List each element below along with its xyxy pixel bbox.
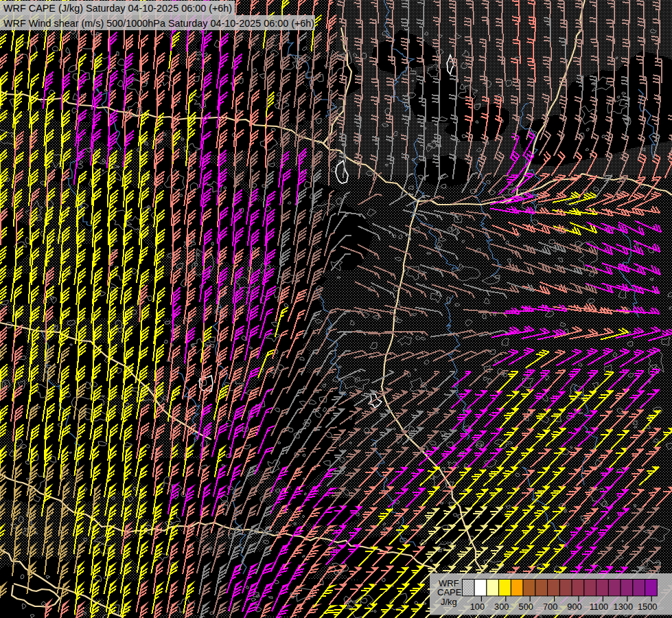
svg-text:1100: 1100 bbox=[590, 602, 609, 612]
svg-text:CAPE: CAPE bbox=[437, 587, 462, 597]
svg-text:500: 500 bbox=[519, 602, 533, 612]
svg-text:WRF Wind shear (m/s) 500/1000h: WRF Wind shear (m/s) 500/1000hPa Saturda… bbox=[3, 18, 314, 29]
svg-text:300: 300 bbox=[494, 602, 509, 612]
svg-text:700: 700 bbox=[543, 602, 557, 612]
svg-text:J/kg: J/kg bbox=[441, 597, 457, 607]
svg-text:900: 900 bbox=[567, 602, 581, 612]
svg-text:1500: 1500 bbox=[638, 602, 657, 612]
svg-text:100: 100 bbox=[470, 602, 485, 612]
svg-text:WRF CAPE (J/kg) Saturday 04-10: WRF CAPE (J/kg) Saturday 04-10-2025 06:0… bbox=[3, 3, 232, 14]
svg-text:1300: 1300 bbox=[614, 602, 633, 612]
